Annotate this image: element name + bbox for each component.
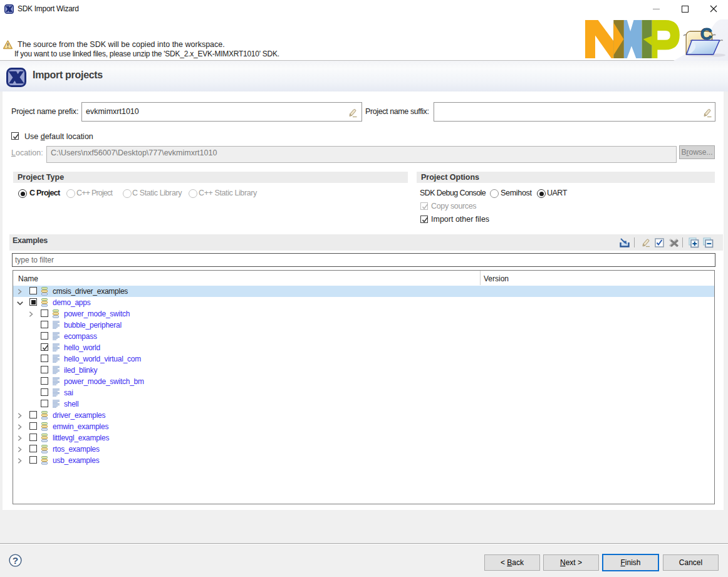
svg-text:?: ? <box>13 555 18 566</box>
